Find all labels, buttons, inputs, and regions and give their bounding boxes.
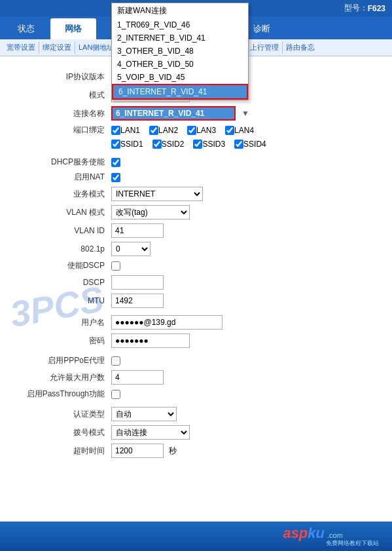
- subnav-uplink[interactable]: 上行管理: [247, 41, 283, 54]
- ssid4-checkbox[interactable]: [234, 140, 243, 149]
- port-bind-value: LAN1 LAN2 LAN3 LAN4: [111, 126, 379, 135]
- max-users-row: 允许最大用户数: [13, 370, 379, 385]
- ssid1-label[interactable]: SSID1: [111, 140, 143, 149]
- dot1p-value: 0: [111, 242, 379, 256]
- lan1-label[interactable]: LAN1: [111, 126, 140, 135]
- conn-name-label: 连接名称: [13, 108, 105, 119]
- lan4-label[interactable]: LAN4: [225, 126, 254, 135]
- dropdown-item-5[interactable]: 5_VOIP_B_VID_45: [112, 71, 248, 84]
- bottom-bar: asp ku .com 免费网络教程下载站: [0, 522, 392, 551]
- dscp-enable-row: 使能DSCP: [13, 260, 379, 271]
- lan1-checkbox[interactable]: [111, 126, 120, 135]
- mtu-value: [111, 294, 379, 308]
- dropdown-item-6[interactable]: 6_INTERNET_R_VID_41: [112, 84, 248, 100]
- dot1p-label: 802.1p: [13, 244, 105, 254]
- ip-protocol-label: IP协议版本: [13, 71, 105, 83]
- pppoe-proxy-checkbox[interactable]: [111, 356, 120, 366]
- auth-type-select[interactable]: 自动: [111, 407, 177, 421]
- subnav-route[interactable]: 路由备忘: [283, 41, 318, 54]
- vlan-mode-value: 改写(tag): [111, 205, 379, 219]
- dhcp-row: DHCP服务使能: [13, 157, 379, 168]
- lan2-checkbox[interactable]: [149, 126, 158, 135]
- dial-mode-value: 自动连接: [111, 425, 379, 440]
- dropdown-item-1[interactable]: 1_TR069_R_VID_46: [112, 18, 248, 31]
- dscp-enable-checkbox[interactable]: [111, 261, 120, 271]
- dhcp-value: [111, 158, 379, 167]
- ssid4-label[interactable]: SSID4: [234, 140, 266, 149]
- conn-name-input[interactable]: 6_INTERNET_R_VID_41: [111, 106, 236, 121]
- dot1p-select[interactable]: 0: [111, 242, 151, 256]
- dscp-input[interactable]: [111, 275, 164, 290]
- timeout-unit: 秒: [169, 446, 177, 457]
- dscp-label: DSCP: [13, 278, 105, 287]
- max-users-label: 允许最大用户数: [13, 372, 105, 383]
- lan2-label[interactable]: LAN2: [149, 126, 178, 135]
- mode-label: 模式: [13, 90, 105, 101]
- vlan-id-value: [111, 223, 379, 238]
- password-row: 密码: [13, 333, 379, 348]
- timeout-label: 超时时间: [13, 446, 105, 457]
- nat-checkbox[interactable]: [111, 173, 120, 182]
- lan3-checkbox[interactable]: [187, 126, 196, 135]
- dscp-enable-label: 使能DSCP: [13, 260, 105, 271]
- username-row: 用户名: [13, 315, 379, 330]
- tab-network[interactable]: 网络: [50, 18, 96, 39]
- passthrough-value: [111, 390, 379, 399]
- ssid3-checkbox[interactable]: [193, 140, 202, 149]
- subnav-bind[interactable]: 绑定设置: [39, 41, 75, 54]
- passthrough-checkbox[interactable]: [111, 390, 120, 399]
- main-content: 3PCS IP协议版本 模式 连接名称: [0, 56, 392, 515]
- model-label: 型号：: [344, 3, 368, 14]
- port-bind-row: 端口绑定 LAN1 LAN2 LAN3 LAN4: [13, 124, 379, 136]
- username-value: [111, 315, 379, 330]
- conn-name-dropdown: 新建WAN连接 1_TR069_R_VID_46 2_INTERNET_B_VI…: [111, 3, 249, 100]
- dial-mode-row: 拨号模式 自动连接: [13, 425, 379, 440]
- auth-type-row: 认证类型 自动: [13, 407, 379, 421]
- dropdown-item-3[interactable]: 3_OTHER_B_VID_48: [112, 45, 248, 58]
- dial-mode-label: 拨号模式: [13, 427, 105, 438]
- lan3-label[interactable]: LAN3: [187, 126, 216, 135]
- ssid2-checkbox[interactable]: [152, 140, 162, 149]
- dial-mode-select[interactable]: 自动连接: [111, 425, 190, 440]
- dropdown-item-new[interactable]: 新建WAN连接: [112, 3, 248, 18]
- vlan-id-row: VLAN ID: [13, 223, 379, 238]
- lan4-checkbox[interactable]: [225, 126, 234, 135]
- vlan-mode-select[interactable]: 改写(tag): [111, 205, 190, 219]
- ssid3-label[interactable]: SSID3: [193, 140, 225, 149]
- tab-status[interactable]: 状态: [3, 18, 49, 39]
- auth-type-label: 认证类型: [13, 409, 105, 420]
- username-label: 用户名: [13, 317, 105, 328]
- dropdown-item-2[interactable]: 2_INTERNET_B_VID_41: [112, 31, 248, 45]
- vlan-mode-label: VLAN 模式: [13, 207, 105, 218]
- max-users-input[interactable]: [111, 370, 164, 385]
- port-bind-label: 端口绑定: [13, 124, 105, 136]
- vlan-id-input[interactable]: [111, 223, 164, 238]
- vlan-id-label: VLAN ID: [13, 226, 105, 235]
- ssid2-label[interactable]: SSID2: [152, 140, 185, 149]
- dscp-value: [111, 275, 379, 290]
- max-users-value: [111, 370, 379, 385]
- passthrough-row: 启用PassThrough功能: [13, 389, 379, 400]
- service-mode-select[interactable]: INTERNET: [111, 187, 203, 201]
- password-input[interactable]: [111, 333, 190, 348]
- conn-name-value: 新建WAN连接 1_TR069_R_VID_46 2_INTERNET_B_VI…: [111, 106, 379, 121]
- service-mode-label: 业务模式: [13, 189, 105, 200]
- pppoe-proxy-value: [111, 356, 379, 366]
- timeout-input[interactable]: [111, 444, 164, 458]
- dhcp-checkbox[interactable]: [111, 158, 120, 167]
- mtu-input[interactable]: [111, 294, 164, 308]
- lan-port-row: LAN1 LAN2 LAN3 LAN4: [111, 126, 259, 135]
- logo-asp: asp: [283, 525, 308, 542]
- ssid1-checkbox[interactable]: [111, 140, 120, 149]
- mtu-label: MTU: [13, 296, 105, 305]
- pppoe-proxy-row: 启用PPPoE代理: [13, 355, 379, 366]
- nat-value: [111, 173, 379, 182]
- username-input[interactable]: [111, 315, 223, 330]
- pppoe-proxy-label: 启用PPPoE代理: [13, 355, 105, 366]
- mtu-row: MTU: [13, 294, 379, 308]
- conn-name-row: 连接名称 新建WAN连接 1_TR069_R_VID_46 2_INTERNET…: [13, 106, 379, 121]
- password-label: 密码: [13, 335, 105, 347]
- dropdown-item-4[interactable]: 4_OTHER_B_VID_50: [112, 58, 248, 71]
- subnav-broadband[interactable]: 宽带设置: [3, 41, 39, 54]
- dropdown-arrow-icon: ▼: [241, 109, 249, 118]
